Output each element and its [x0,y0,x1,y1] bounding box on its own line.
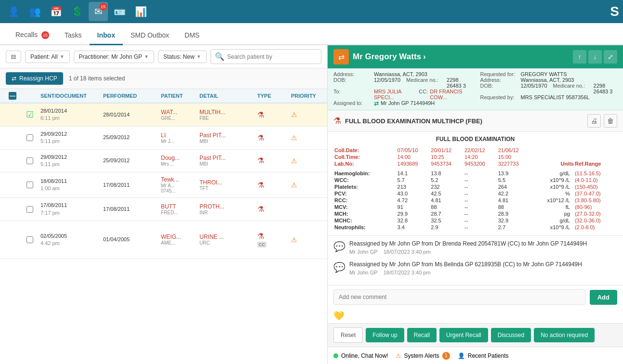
comment-bubble-icon: 💬 [333,241,345,255]
funnel-filter-btn[interactable]: ⊟ [6,51,21,63]
add-comment-bar: Add [328,285,623,309]
table-header: — SENT/DOCUMENT PERFORMED PATIENT DETAIL… [0,89,327,104]
coll-time-1: 14:00 [398,154,430,160]
tab-dms[interactable]: DMS [177,26,207,45]
requested-for-label: Requested for: [480,71,519,77]
search-icon: 🔍 [215,52,225,61]
coll-time-4: 15:00 [498,154,531,160]
row-checkbox-cell[interactable] [21,157,39,164]
activity-type-icon: ⚗ [257,111,264,119]
recent-patients-item[interactable]: 👤 Recent Patients [458,352,509,359]
haemo-ref: (11.5-16.5) [575,170,616,176]
table-row[interactable]: ☑ 28/01/2014 6:11 pm 28/01/2014 WAT... G… [0,104,327,127]
urgent-recall-button[interactable]: Urgent Recall [439,328,488,342]
reset-button[interactable]: Reset [333,327,363,343]
mcv-val-4: 88 [498,204,531,210]
row-priority: ⚠ [289,133,327,143]
no-action-required-button[interactable]: No action required [534,328,595,342]
patient-name: Mr Gregory Watts [353,52,421,62]
tab-inbox[interactable]: Inbox [90,26,123,45]
row-checkbox[interactable] [27,182,33,188]
alerts-status-item[interactable]: ⚠ System Alerts 1 [396,352,450,360]
row-checkbox-cell[interactable] [21,134,39,141]
table-row[interactable]: 02/05/2005 4:42 pm 01/04/2005 WEIG... AM… [0,221,327,259]
comment-meta: Mr John GP 18/07/2022 3:40 pm [349,249,617,255]
comment-body: Reassigned by Mr John GP from Dr Brenda … [349,240,617,255]
add-comment-button[interactable]: Add [590,290,617,305]
row-checkbox[interactable] [27,134,33,141]
mchc-unit: g/dL [531,218,574,223]
emoji-button[interactable]: 💛 [333,311,344,321]
select-all-icon[interactable]: — [9,92,16,100]
online-status-item[interactable]: Online, Chat Now! [333,352,388,359]
tab-recalls[interactable]: Recalls 15 [8,26,57,45]
mch-val-4: 28.9 [498,211,531,217]
lab-no-1: 1493689 [398,161,430,167]
add-comment-input[interactable] [333,289,586,305]
chevron-down-icon: ▼ [197,54,201,59]
reassign-hcp-button[interactable]: ⇄ Reassign HCP [6,72,63,85]
table-row[interactable]: 17/08/2011 7:17 pm 17/08/2011 BUTT FRED.… [0,198,327,221]
billing-nav-icon[interactable]: 💲 [67,2,87,21]
recall-button[interactable]: Recall [407,328,437,342]
rcc-ref: (3.80-5.80) [575,197,616,203]
status-filter-btn[interactable]: Status: New ▼ [158,51,207,63]
tab-smd-outbox[interactable]: SMD Outbox [123,26,177,45]
follow-up-button[interactable]: Follow up [366,328,404,342]
col-type: TYPE [255,92,289,100]
people-nav-icon[interactable]: 👥 [25,2,44,21]
search-input[interactable] [227,53,317,60]
reassign-icon: ⇄ [12,75,16,82]
chart-nav-icon[interactable]: 📊 [131,2,150,21]
row-checkbox-cell[interactable]: ☑ [21,109,39,120]
row-performed-date: 25/09/2012 [101,133,159,142]
discussed-button[interactable]: Discussed [491,328,531,342]
nav-down-button[interactable]: ↓ [588,50,602,64]
comment-bubble-icon: 💬 [333,261,345,275]
calendar-nav-icon[interactable]: 📅 [46,2,66,21]
row-patient: LI Mr J... [159,131,198,145]
row-sent-date: 02/05/2005 4:42 pm [39,232,101,248]
row-checkbox-cell[interactable] [21,182,39,188]
pcv-label: PCV: [334,191,397,196]
lab-no-3: 9453200 [464,161,497,167]
platelets-label: Platelets: [334,184,397,190]
select-all-cell[interactable]: — [4,92,21,100]
table-row[interactable]: 29/09/2012 5:11 pm 25/09/2012 LI Mr J...… [0,127,327,150]
nav-expand-button[interactable]: ⤢ [604,50,617,64]
row-sent-date: 18/08/2011 1:00 am [39,177,101,194]
id-nav-icon[interactable]: 🪪 [110,2,129,21]
report-data-row: MCHC: 32.8 32.5 -- 32.9 g/dL (32.0-36.0) [334,218,616,223]
practitioner-filter-btn[interactable]: Practitioner: Mr John GP ▼ [74,51,154,63]
activity-type-icon: ⚗ [257,181,264,189]
nav-up-button[interactable]: ↑ [573,50,586,64]
mail-nav-icon[interactable]: ✉ 15 [89,2,108,21]
right-panel: ⇄ Mr Gregory Watts › ↑ ↓ ⤢ Address: Wann… [328,45,623,364]
row-checkbox-cell[interactable] [21,236,39,243]
delete-button[interactable]: 🗑 [604,114,617,128]
row-checkbox[interactable] [27,206,33,213]
table-row[interactable]: 18/08/2011 1:00 am 17/08/2011 Tewk... Mr… [0,172,327,198]
row-checkbox[interactable] [27,157,33,164]
print-button[interactable]: 🖨 [587,114,601,128]
comment-date: 18/07/2022 3:40 pm [384,270,431,275]
report-table: Coll.Date: 07/05/10 20/01/12 22/02/12 21… [333,146,617,231]
neutro-unit: x10^9 /L [531,224,574,230]
units-header: Units [531,161,574,167]
row-checkbox-cell[interactable] [21,206,39,213]
patient-name-button[interactable]: Mr Gregory Watts › [353,52,426,62]
mcv-unit: fL [531,204,574,210]
chevron-down-icon: ▼ [144,54,149,59]
mcv-ref: (80-96) [575,204,616,210]
mch-val-3: -- [464,211,497,217]
patient-swap-icon[interactable]: ⇄ [333,49,349,65]
patient-filter-btn[interactable]: Patient: All ▼ [25,51,70,63]
table-row[interactable]: 29/09/2012 5:11 pm 25/09/2012 Doug... Mr… [0,150,327,173]
person-nav-icon[interactable]: 👤 [4,2,23,21]
row-checkbox[interactable] [27,236,33,243]
alerts-count-badge: 1 [442,352,450,360]
tab-tasks[interactable]: Tasks [57,26,90,45]
mchc-val-3: -- [464,218,497,223]
col-priority: PRIORITY [289,92,327,100]
checkbox-checked-icon: ☑ [26,109,34,120]
